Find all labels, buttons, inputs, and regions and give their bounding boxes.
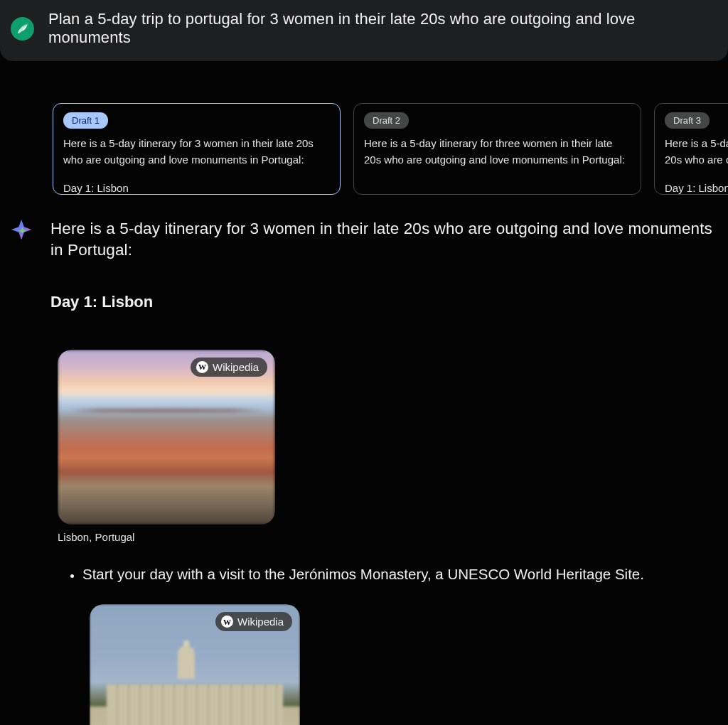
source-chip[interactable]: W Wikipedia <box>191 358 267 377</box>
source-chip[interactable]: W Wikipedia <box>215 612 292 631</box>
user-avatar <box>11 17 34 41</box>
draft-badge: Draft 3 <box>665 112 710 129</box>
draft-preview-text: Here is a 5-day itinerary for 3 women in… <box>63 137 314 166</box>
response-body: Here is a 5-day itinerary for 3 women in… <box>50 218 728 725</box>
image-monastery[interactable]: W Wikipedia <box>90 604 300 725</box>
draft-badge: Draft 1 <box>63 112 108 129</box>
image-lisbon[interactable]: W Wikipedia <box>58 350 275 525</box>
prompt-text: Plan a 5-day trip to portugal for 3 wome… <box>48 10 717 47</box>
bullet-item: Start your day with a visit to the Jerón… <box>82 564 724 585</box>
source-label: Wikipedia <box>213 361 259 373</box>
draft-preview-text: Here is a 5-day itinerary for three wome… <box>364 137 625 166</box>
header-bar: Plan a 5-day trip to portugal for 3 wome… <box>0 0 728 61</box>
draft-card-3[interactable]: Draft 3 Here is a 5-day itinerary for th… <box>654 103 728 195</box>
image-block-monastery: W Wikipedia <box>90 604 724 725</box>
sparkle-icon <box>11 218 35 242</box>
image-block-lisbon: W Wikipedia Lisbon, Portugal <box>58 350 724 543</box>
draft-badge: Draft 2 <box>364 112 409 129</box>
draft-card-1[interactable]: Draft 1 Here is a 5-day itinerary for 3 … <box>53 103 341 195</box>
draft-preview: Here is a 5-day itinerary for 3 women in… <box>63 136 330 195</box>
wikipedia-icon: W <box>196 361 208 373</box>
day-1-bullets: Start your day with a visit to the Jerón… <box>50 564 724 585</box>
response-area: Here is a 5-day itinerary for 3 women in… <box>0 195 728 725</box>
drafts-row: Draft 1 Here is a 5-day itinerary for 3 … <box>0 61 728 195</box>
wikipedia-icon: W <box>221 616 233 628</box>
avatar-leaf-icon <box>15 21 31 36</box>
draft-preview: Here is a 5-day itinerary for three wome… <box>364 136 631 168</box>
draft-preview-text: Here is a 5-day itinerary for three wome… <box>665 137 728 166</box>
draft-peek-text: Day 1: Lisbon <box>665 181 728 195</box>
day-1-heading: Day 1: Lisbon <box>50 293 724 311</box>
response-intro: Here is a 5-day itinerary for 3 women in… <box>50 218 724 262</box>
image-caption: Lisbon, Portugal <box>58 531 724 543</box>
draft-preview: Here is a 5-day itinerary for three wome… <box>665 136 728 195</box>
source-label: Wikipedia <box>237 616 284 628</box>
draft-peek-text: Day 1: Lisbon <box>63 181 330 195</box>
draft-card-2[interactable]: Draft 2 Here is a 5-day itinerary for th… <box>353 103 641 195</box>
